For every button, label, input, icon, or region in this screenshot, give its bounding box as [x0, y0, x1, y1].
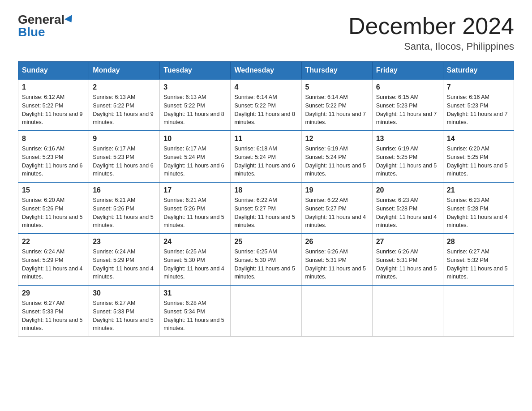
day-info: Sunrise: 6:28 AMSunset: 5:34 PMDaylight:… [163, 300, 224, 331]
day-info: Sunrise: 6:16 AMSunset: 5:23 PMDaylight:… [447, 94, 508, 125]
day-number: 13 [376, 135, 439, 143]
day-info: Sunrise: 6:20 AMSunset: 5:26 PMDaylight:… [22, 197, 83, 228]
calendar-cell: 18 Sunrise: 6:22 AMSunset: 5:27 PMDaylig… [231, 182, 301, 234]
day-number: 1 [22, 83, 85, 91]
day-number: 2 [93, 83, 156, 91]
day-number: 12 [305, 135, 369, 143]
page-header: General Blue December 2024 Santa, Ilocos… [18, 13, 514, 52]
calendar-cell: 4 Sunrise: 6:14 AMSunset: 5:22 PMDayligh… [231, 79, 301, 131]
calendar-cell: 17 Sunrise: 6:21 AMSunset: 5:26 PMDaylig… [160, 182, 231, 234]
calendar-cell [301, 285, 372, 337]
day-number: 31 [163, 289, 227, 297]
calendar-cell: 20 Sunrise: 6:23 AMSunset: 5:28 PMDaylig… [372, 182, 443, 234]
logo-blue-text: Blue [18, 26, 45, 39]
calendar-cell: 8 Sunrise: 6:16 AMSunset: 5:23 PMDayligh… [18, 131, 89, 182]
logo: General Blue [18, 13, 74, 39]
day-info: Sunrise: 6:25 AMSunset: 5:30 PMDaylight:… [163, 248, 224, 280]
calendar-cell: 1 Sunrise: 6:12 AMSunset: 5:22 PMDayligh… [18, 79, 89, 131]
calendar-cell: 5 Sunrise: 6:14 AMSunset: 5:22 PMDayligh… [301, 79, 372, 131]
day-number: 26 [305, 238, 369, 246]
calendar-cell: 25 Sunrise: 6:25 AMSunset: 5:30 PMDaylig… [231, 234, 301, 285]
calendar-cell: 23 Sunrise: 6:24 AMSunset: 5:29 PMDaylig… [89, 234, 160, 285]
day-info: Sunrise: 6:17 AMSunset: 5:24 PMDaylight:… [163, 146, 224, 177]
calendar-cell: 31 Sunrise: 6:28 AMSunset: 5:34 PMDaylig… [160, 285, 231, 337]
day-number: 22 [22, 238, 85, 246]
day-info: Sunrise: 6:26 AMSunset: 5:31 PMDaylight:… [305, 248, 366, 280]
day-number: 30 [93, 289, 156, 297]
calendar-cell: 21 Sunrise: 6:23 AMSunset: 5:28 PMDaylig… [443, 182, 514, 234]
day-info: Sunrise: 6:17 AMSunset: 5:23 PMDaylight:… [93, 146, 154, 177]
day-info: Sunrise: 6:23 AMSunset: 5:28 PMDaylight:… [447, 197, 508, 228]
calendar-week-row: 15 Sunrise: 6:20 AMSunset: 5:26 PMDaylig… [18, 182, 514, 234]
day-info: Sunrise: 6:12 AMSunset: 5:22 PMDaylight:… [22, 94, 83, 125]
calendar-cell: 6 Sunrise: 6:15 AMSunset: 5:23 PMDayligh… [372, 79, 443, 131]
day-info: Sunrise: 6:27 AMSunset: 5:33 PMDaylight:… [93, 300, 154, 331]
calendar-cell: 11 Sunrise: 6:18 AMSunset: 5:24 PMDaylig… [231, 131, 301, 182]
day-number: 6 [376, 83, 439, 91]
calendar-cell: 7 Sunrise: 6:16 AMSunset: 5:23 PMDayligh… [443, 79, 514, 131]
day-number: 7 [447, 83, 510, 91]
calendar-week-row: 1 Sunrise: 6:12 AMSunset: 5:22 PMDayligh… [18, 79, 514, 131]
day-number: 10 [163, 135, 227, 143]
day-info: Sunrise: 6:19 AMSunset: 5:24 PMDaylight:… [305, 146, 366, 177]
calendar-cell: 13 Sunrise: 6:19 AMSunset: 5:25 PMDaylig… [372, 131, 443, 182]
day-number: 27 [376, 238, 439, 246]
calendar-cell [372, 285, 443, 337]
day-info: Sunrise: 6:21 AMSunset: 5:26 PMDaylight:… [163, 197, 224, 228]
calendar-week-row: 22 Sunrise: 6:24 AMSunset: 5:29 PMDaylig… [18, 234, 514, 285]
calendar-header-row: SundayMondayTuesdayWednesdayThursdayFrid… [18, 62, 514, 80]
day-number: 8 [22, 135, 85, 143]
day-info: Sunrise: 6:20 AMSunset: 5:25 PMDaylight:… [447, 146, 508, 177]
calendar-cell [443, 285, 514, 337]
day-number: 11 [234, 135, 297, 143]
logo-triangle-icon [64, 15, 75, 25]
calendar-cell: 19 Sunrise: 6:22 AMSunset: 5:27 PMDaylig… [301, 182, 372, 234]
calendar-cell: 24 Sunrise: 6:25 AMSunset: 5:30 PMDaylig… [160, 234, 231, 285]
calendar-cell: 29 Sunrise: 6:27 AMSunset: 5:33 PMDaylig… [18, 285, 89, 337]
day-info: Sunrise: 6:13 AMSunset: 5:22 PMDaylight:… [93, 94, 154, 125]
day-info: Sunrise: 6:14 AMSunset: 5:22 PMDaylight:… [234, 94, 295, 125]
day-info: Sunrise: 6:27 AMSunset: 5:33 PMDaylight:… [22, 300, 83, 331]
calendar-cell: 9 Sunrise: 6:17 AMSunset: 5:23 PMDayligh… [89, 131, 160, 182]
day-info: Sunrise: 6:22 AMSunset: 5:27 PMDaylight:… [305, 197, 366, 228]
day-number: 15 [22, 186, 85, 194]
day-info: Sunrise: 6:24 AMSunset: 5:29 PMDaylight:… [93, 248, 154, 280]
logo-general-text: General [18, 13, 64, 26]
column-header-wednesday: Wednesday [231, 62, 301, 80]
column-header-saturday: Saturday [443, 62, 514, 80]
calendar-cell: 2 Sunrise: 6:13 AMSunset: 5:22 PMDayligh… [89, 79, 160, 131]
column-header-friday: Friday [372, 62, 443, 80]
column-header-monday: Monday [89, 62, 160, 80]
day-number: 23 [93, 238, 156, 246]
day-info: Sunrise: 6:19 AMSunset: 5:25 PMDaylight:… [376, 146, 437, 177]
day-info: Sunrise: 6:15 AMSunset: 5:23 PMDaylight:… [376, 94, 437, 125]
day-number: 24 [163, 238, 227, 246]
day-number: 5 [305, 83, 369, 91]
day-number: 28 [447, 238, 510, 246]
calendar-cell: 27 Sunrise: 6:26 AMSunset: 5:31 PMDaylig… [372, 234, 443, 285]
day-info: Sunrise: 6:23 AMSunset: 5:28 PMDaylight:… [376, 197, 437, 228]
day-number: 4 [234, 83, 297, 91]
day-number: 25 [234, 238, 297, 246]
day-number: 9 [93, 135, 156, 143]
day-info: Sunrise: 6:13 AMSunset: 5:22 PMDaylight:… [163, 94, 224, 125]
day-info: Sunrise: 6:16 AMSunset: 5:23 PMDaylight:… [22, 146, 83, 177]
calendar-cell: 15 Sunrise: 6:20 AMSunset: 5:26 PMDaylig… [18, 182, 89, 234]
calendar-cell: 16 Sunrise: 6:21 AMSunset: 5:26 PMDaylig… [89, 182, 160, 234]
day-info: Sunrise: 6:21 AMSunset: 5:26 PMDaylight:… [93, 197, 154, 228]
calendar-cell: 26 Sunrise: 6:26 AMSunset: 5:31 PMDaylig… [301, 234, 372, 285]
day-number: 17 [163, 186, 227, 194]
calendar-cell: 22 Sunrise: 6:24 AMSunset: 5:29 PMDaylig… [18, 234, 89, 285]
column-header-tuesday: Tuesday [160, 62, 231, 80]
day-number: 14 [447, 135, 510, 143]
day-number: 29 [22, 289, 85, 297]
calendar-cell: 14 Sunrise: 6:20 AMSunset: 5:25 PMDaylig… [443, 131, 514, 182]
day-info: Sunrise: 6:14 AMSunset: 5:22 PMDaylight:… [305, 94, 366, 125]
month-title: December 2024 [348, 13, 514, 39]
calendar-week-row: 29 Sunrise: 6:27 AMSunset: 5:33 PMDaylig… [18, 285, 514, 337]
column-header-thursday: Thursday [301, 62, 372, 80]
day-info: Sunrise: 6:26 AMSunset: 5:31 PMDaylight:… [376, 248, 437, 280]
day-info: Sunrise: 6:25 AMSunset: 5:30 PMDaylight:… [234, 248, 295, 280]
column-header-sunday: Sunday [18, 62, 89, 80]
day-number: 16 [93, 186, 156, 194]
